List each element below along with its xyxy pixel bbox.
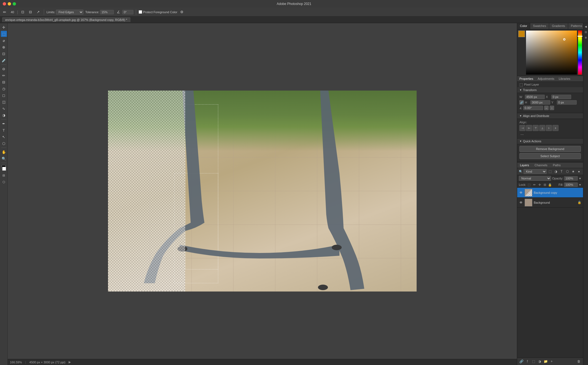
new-group-button[interactable]: 📁 (543, 359, 548, 364)
tool-text[interactable]: T (1, 127, 7, 133)
tool-zoom[interactable]: 🔍 (1, 156, 7, 162)
filter-active-toggle[interactable]: ● (576, 169, 581, 174)
flip-v-button[interactable]: ↕ (550, 106, 554, 110)
opacity-chevron[interactable]: ▼ (579, 177, 581, 180)
tab-swatches[interactable]: Swatches (530, 23, 549, 29)
mini-icon-1[interactable]: ⊟ (584, 30, 588, 34)
tool-lasso[interactable]: ⌀ (1, 37, 7, 43)
tool-gradient[interactable]: ◫ (1, 99, 7, 105)
tool-dodge[interactable]: ◑ (1, 112, 7, 118)
layer-item-background-copy[interactable]: 👁 Background copy (517, 188, 583, 198)
link-wh-button[interactable]: 🔗 (519, 100, 524, 105)
screen-mode[interactable]: ⬡ (1, 179, 7, 185)
fill-chevron[interactable]: ▼ (579, 183, 581, 186)
tool-move[interactable]: ✛ (1, 24, 7, 30)
tab-paths[interactable]: Paths (550, 162, 563, 168)
brush-angle[interactable]: ↗ (35, 9, 41, 15)
tab-color[interactable]: Color (517, 23, 530, 29)
collapse-panel-button[interactable]: ◀ (584, 24, 588, 29)
doc-tab[interactable]: enrique-ortega-miranda-b3xo3WvH_g8-unspl… (2, 17, 130, 22)
tool-eyedropper[interactable]: 💉 (1, 57, 7, 63)
brush-preset-picker[interactable]: ⊡ (20, 9, 26, 15)
layer-item-background[interactable]: 👁 Background 🔒 (517, 198, 583, 208)
layer-visibility-background-copy[interactable]: 👁 (519, 190, 523, 195)
filter-pixel-button[interactable]: ⬚ (547, 169, 552, 174)
add-style-button[interactable]: f (525, 359, 530, 364)
tool-options-icon[interactable]: ⚙ (179, 9, 185, 15)
canvas-wrapper[interactable] (8, 23, 517, 359)
close-button[interactable] (3, 2, 6, 6)
tolerance-input[interactable] (100, 10, 114, 14)
quick-mask-mode[interactable]: ⊟ (1, 172, 7, 178)
protect-fg-label[interactable]: Protect Foreground Color (139, 10, 177, 14)
tool-crop[interactable]: ⊡ (1, 51, 7, 57)
tool-hand[interactable]: ✋ (1, 149, 7, 155)
link-layers-button[interactable]: 🔗 (519, 359, 524, 364)
brush-options[interactable]: ⊟ (28, 9, 34, 15)
lock-position-button[interactable]: ✛ (537, 182, 542, 187)
angle-icon[interactable]: ∠ (115, 9, 122, 15)
protect-fg-checkbox[interactable] (139, 10, 142, 14)
info-arrow[interactable]: ▶ (69, 360, 71, 364)
align-right-edges[interactable]: ⊤ (533, 125, 539, 131)
y-input[interactable] (557, 100, 577, 105)
active-color-swatch[interactable] (518, 31, 525, 37)
angle-input[interactable] (122, 10, 133, 14)
tab-adjustments[interactable]: Adjustments (535, 76, 557, 81)
flip-h-button[interactable]: ↔ (544, 106, 549, 110)
color-gradient-box[interactable] (526, 31, 577, 75)
new-adjustment-button[interactable]: ◑ (537, 359, 542, 364)
h-input[interactable] (530, 100, 550, 105)
lock-image-button[interactable]: ✏ (532, 182, 536, 187)
filter-kind-select[interactable]: Kind Name Effect Mode (524, 169, 547, 174)
layer-visibility-background[interactable]: 👁 (519, 200, 523, 205)
tool-marquee[interactable]: ⬚ (1, 31, 7, 37)
align-left-edges[interactable]: ⊣ (519, 125, 525, 131)
more-options-button[interactable]: ··· (519, 132, 525, 137)
tool-healing[interactable]: ⊖ (1, 66, 7, 72)
tab-channels[interactable]: Channels (532, 162, 550, 168)
tool-blur[interactable]: ∿ (1, 105, 7, 111)
filter-shape-button[interactable]: ⬡ (565, 169, 570, 174)
tool-quick-select[interactable]: ⊕ (1, 44, 7, 50)
filter-smart-button[interactable]: ★ (571, 169, 576, 174)
tool-path-select[interactable]: ↖ (1, 134, 7, 140)
w-input[interactable] (525, 95, 545, 99)
transform-section-header[interactable]: ▼ Transform (517, 87, 583, 93)
x-input[interactable] (551, 95, 571, 99)
lock-artboard-button[interactable]: ⊟ (543, 182, 547, 187)
align-h-centers[interactable]: ⊢ (526, 125, 532, 131)
align-section-header[interactable]: ▼ Align and Distribute (517, 113, 583, 119)
mini-icon-2[interactable]: ⊕ (584, 35, 588, 40)
tool-brush-icon[interactable]: ✏ (2, 9, 8, 15)
align-top-edges[interactable]: ⊥ (539, 125, 545, 131)
background-color[interactable] (2, 167, 6, 171)
lock-all-button[interactable]: 🔒 (548, 182, 552, 187)
minimize-button[interactable] (8, 2, 11, 6)
tab-libraries[interactable]: Libraries (557, 76, 573, 81)
tab-gradients[interactable]: Gradients (549, 23, 568, 29)
tool-shapes[interactable]: ⬡ (1, 140, 7, 146)
lock-transparent-button[interactable]: ⬚ (527, 182, 531, 187)
limits-select[interactable]: Find Edges Contiguous Discontiguous (56, 10, 83, 15)
tool-eraser[interactable]: ◻ (1, 92, 7, 98)
tab-patterns[interactable]: Patterns (568, 23, 583, 29)
align-v-centers[interactable]: ⊦ (546, 125, 552, 131)
fill-input[interactable] (564, 182, 578, 187)
align-bottom-edges[interactable]: ⊧ (552, 125, 559, 131)
opacity-input[interactable] (564, 176, 578, 181)
remove-background-button[interactable]: Remove Background (519, 146, 581, 152)
new-layer-button[interactable]: + (549, 359, 554, 364)
color-hue-bar[interactable] (578, 31, 582, 75)
tool-history-brush[interactable]: ◷ (1, 86, 7, 92)
add-mask-button[interactable]: ⬚ (531, 359, 536, 364)
tool-brush[interactable]: ✏ (1, 72, 7, 78)
color-swatches[interactable] (1, 165, 7, 171)
tool-brush-size[interactable]: 40 (9, 9, 15, 15)
quick-actions-header[interactable]: ▼ Quick Actions (517, 138, 583, 144)
filter-text-button[interactable]: T (559, 169, 564, 174)
angle-input[interactable] (523, 106, 543, 110)
tool-pen[interactable]: ✒ (1, 121, 7, 127)
tab-properties[interactable]: Properties (517, 76, 535, 81)
delete-layer-button[interactable]: 🗑 (576, 359, 581, 364)
